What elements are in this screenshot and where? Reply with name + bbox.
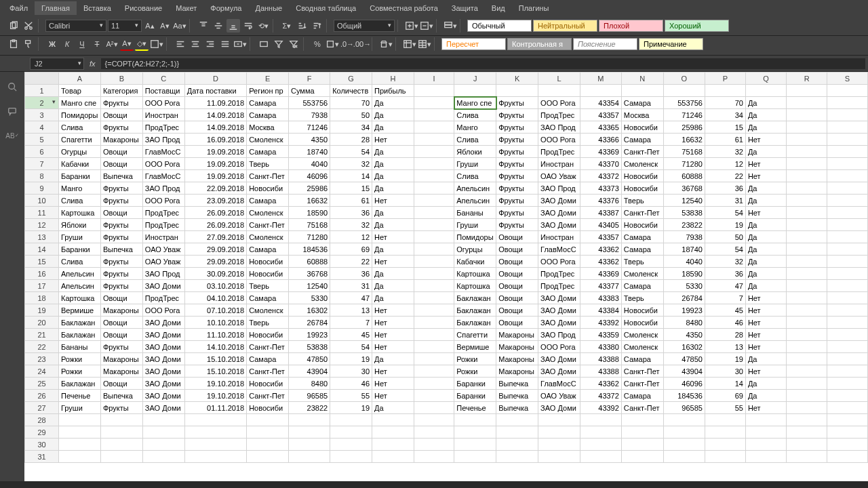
cell-Q30[interactable]	[745, 439, 786, 451]
cell-N4[interactable]: Новосиби	[621, 121, 663, 134]
cell-A2[interactable]: Манго спе	[59, 97, 101, 109]
cell-F29[interactable]	[289, 426, 330, 439]
cell-G10[interactable]: 61	[330, 195, 372, 207]
cell-D6[interactable]: 19.09.2018	[184, 146, 246, 158]
cell-E5[interactable]: Смоленск	[247, 134, 289, 146]
col-header-S[interactable]: S	[827, 73, 868, 85]
cell-G11[interactable]: 36	[330, 207, 372, 219]
cell-C22[interactable]: ЗАО Доми	[142, 341, 184, 353]
cell-D31[interactable]	[184, 451, 246, 463]
cell-H4[interactable]: Да	[372, 121, 414, 134]
cell-I20[interactable]	[414, 317, 454, 329]
cell-F5[interactable]: 4350	[289, 134, 330, 146]
cell-B13[interactable]: Фрукты	[100, 231, 142, 243]
cell-S26[interactable]	[827, 390, 868, 402]
cell-B19[interactable]: Макароны	[100, 304, 142, 317]
cell-G31[interactable]	[330, 451, 372, 463]
cell-N10[interactable]: Тверь	[621, 195, 663, 207]
cell-K3[interactable]: Фрукты	[496, 109, 538, 121]
cell-L20[interactable]: ЗАО Доми	[538, 317, 580, 329]
cell-Q14[interactable]: Да	[745, 243, 786, 256]
cell-J29[interactable]	[454, 426, 496, 439]
cell-E7[interactable]: Тверь	[247, 158, 289, 170]
cell-R30[interactable]	[787, 439, 827, 451]
cell-J3[interactable]: Слива	[454, 109, 496, 121]
col-header-D[interactable]: D	[184, 73, 246, 85]
cell-B1[interactable]: Категория	[100, 85, 142, 97]
cell-I3[interactable]	[414, 109, 454, 121]
cell-O19[interactable]: 19923	[663, 304, 705, 317]
row-header-13[interactable]: 13	[25, 231, 59, 243]
cell-I12[interactable]	[414, 219, 454, 231]
row-header-22[interactable]: 22	[25, 341, 59, 353]
cell-E1[interactable]: Регион пр	[247, 85, 289, 97]
row-header-30[interactable]: 30	[25, 439, 59, 451]
cell-R6[interactable]	[787, 146, 827, 158]
cell-D24[interactable]: 15.10.2018	[184, 365, 246, 378]
cell-I17[interactable]	[414, 280, 454, 292]
cell-I15[interactable]	[414, 256, 454, 268]
cell-E13[interactable]: Смоленск	[247, 231, 289, 243]
cell-G9[interactable]: 15	[330, 182, 372, 195]
cell-C4[interactable]: ПродТрес	[142, 121, 184, 134]
cell-D30[interactable]	[184, 439, 246, 451]
col-header-K[interactable]: K	[496, 73, 538, 85]
cell-O27[interactable]: 96585	[663, 402, 705, 414]
cell-N7[interactable]: Смоленск	[621, 158, 663, 170]
cell-R27[interactable]	[787, 402, 827, 414]
cell-I21[interactable]	[414, 329, 454, 341]
cell-P25[interactable]: 14	[705, 378, 745, 390]
cell-E9[interactable]: Новосиби	[247, 182, 289, 195]
row-header-5[interactable]: 5	[25, 134, 59, 146]
cell-C31[interactable]	[142, 451, 184, 463]
cell-P24[interactable]: 30	[705, 365, 745, 378]
cell-M23[interactable]: 43388	[580, 353, 622, 365]
cell-Q9[interactable]: Да	[745, 182, 786, 195]
cell-N11[interactable]: Санкт-Пет	[621, 207, 663, 219]
cell-L8[interactable]: ОАО Уваж	[538, 170, 580, 182]
cell-Q16[interactable]: Да	[745, 268, 786, 280]
cell-C5[interactable]: ЗАО Прод	[142, 134, 184, 146]
style-neutral[interactable]: Нейтральный	[533, 20, 597, 32]
cell-N24[interactable]: Санкт-Пет	[621, 365, 663, 378]
cell-H14[interactable]: Да	[372, 243, 414, 256]
cell-M5[interactable]: 43366	[580, 134, 622, 146]
cell-C21[interactable]: ЗАО Доми	[142, 329, 184, 341]
cell-D18[interactable]: 04.10.2018	[184, 292, 246, 304]
cell-M15[interactable]: 43362	[580, 256, 622, 268]
cell-J14[interactable]: Огурцы	[454, 243, 496, 256]
cell-J21[interactable]: Спагетти	[454, 329, 496, 341]
cell-K13[interactable]: Овощи	[496, 231, 538, 243]
cell-L30[interactable]	[538, 439, 580, 451]
cell-Q27[interactable]: Нет	[745, 402, 786, 414]
cell-O15[interactable]: 4040	[663, 256, 705, 268]
format-painter-icon[interactable]	[22, 37, 35, 51]
cell-B2[interactable]: Фрукты	[100, 97, 142, 109]
cell-C18[interactable]: ПродТрес	[142, 292, 184, 304]
cell-B3[interactable]: Овощи	[100, 109, 142, 121]
cell-Q12[interactable]: Да	[745, 219, 786, 231]
style-explain[interactable]: Пояснение	[573, 38, 637, 50]
cell-H28[interactable]	[372, 414, 414, 426]
cell-F17[interactable]: 12540	[289, 280, 330, 292]
cell-Q3[interactable]: Да	[745, 109, 786, 121]
cell-L14[interactable]: ГлавМосС	[538, 243, 580, 256]
cell-K2[interactable]: Фрукты	[496, 97, 538, 109]
col-header-M[interactable]: M	[580, 73, 622, 85]
cell-L4[interactable]: ЗАО Прод	[538, 121, 580, 134]
cell-E11[interactable]: Смоленск	[247, 207, 289, 219]
cell-R15[interactable]	[787, 256, 827, 268]
row-header-24[interactable]: 24	[25, 365, 59, 378]
cell-F11[interactable]: 18590	[289, 207, 330, 219]
cell-G2[interactable]: 70	[330, 97, 372, 109]
menu-сводная таблица[interactable]: Сводная таблица	[289, 1, 363, 15]
cell-E27[interactable]: Новосиби	[247, 402, 289, 414]
cell-G8[interactable]: 14	[330, 170, 372, 182]
cell-K4[interactable]: Фрукты	[496, 121, 538, 134]
row-header-26[interactable]: 26	[25, 390, 59, 402]
cell-A3[interactable]: Помидоры	[59, 109, 101, 121]
cell-M28[interactable]	[580, 414, 622, 426]
table-template-icon[interactable]: ▾	[403, 37, 416, 51]
cell-B25[interactable]: Овощи	[100, 378, 142, 390]
cell-D17[interactable]: 03.10.2018	[184, 280, 246, 292]
